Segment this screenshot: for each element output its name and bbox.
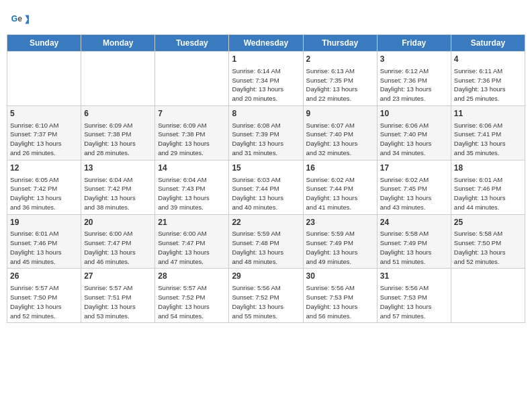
calendar-cell: 16Sunrise: 6:02 AM Sunset: 7:44 PM Dayli… bbox=[303, 160, 377, 214]
day-info: Sunrise: 6:14 AM Sunset: 7:34 PM Dayligh… bbox=[232, 66, 300, 103]
day-number: 16 bbox=[306, 163, 374, 174]
day-number: 2 bbox=[306, 54, 374, 65]
day-info: Sunrise: 6:09 AM Sunset: 7:38 PM Dayligh… bbox=[158, 121, 226, 158]
svg-text:G: G bbox=[11, 14, 17, 24]
day-info: Sunrise: 6:02 AM Sunset: 7:44 PM Dayligh… bbox=[306, 175, 374, 212]
day-info: Sunrise: 6:10 AM Sunset: 7:37 PM Dayligh… bbox=[10, 121, 78, 158]
logo: G e bbox=[10, 10, 30, 29]
day-number: 15 bbox=[232, 163, 300, 174]
day-number: 10 bbox=[380, 108, 448, 120]
calendar-cell: 21Sunrise: 6:00 AM Sunset: 7:47 PM Dayli… bbox=[155, 214, 229, 269]
calendar-cell: 30Sunrise: 5:56 AM Sunset: 7:53 PM Dayli… bbox=[303, 269, 377, 323]
calendar-cell: 15Sunrise: 6:03 AM Sunset: 7:44 PM Dayli… bbox=[229, 160, 303, 214]
day-number: 22 bbox=[232, 217, 300, 228]
calendar-cell bbox=[451, 269, 525, 323]
day-number: 3 bbox=[380, 54, 448, 65]
calendar-cell: 20Sunrise: 6:00 AM Sunset: 7:47 PM Dayli… bbox=[81, 214, 155, 269]
calendar-cell: 25Sunrise: 5:58 AM Sunset: 7:50 PM Dayli… bbox=[451, 214, 525, 269]
day-info: Sunrise: 5:57 AM Sunset: 7:52 PM Dayligh… bbox=[158, 283, 226, 320]
weekday-header-tuesday: Tuesday bbox=[155, 35, 229, 52]
day-info: Sunrise: 6:12 AM Sunset: 7:36 PM Dayligh… bbox=[380, 66, 448, 103]
day-number: 19 bbox=[10, 217, 78, 228]
day-info: Sunrise: 6:06 AM Sunset: 7:40 PM Dayligh… bbox=[380, 121, 448, 158]
day-info: Sunrise: 6:07 AM Sunset: 7:40 PM Dayligh… bbox=[306, 121, 374, 158]
day-number: 13 bbox=[84, 163, 152, 174]
day-number: 9 bbox=[306, 108, 374, 120]
calendar-cell: 28Sunrise: 5:57 AM Sunset: 7:52 PM Dayli… bbox=[155, 269, 229, 323]
calendar-cell: 9Sunrise: 6:07 AM Sunset: 7:40 PM Daylig… bbox=[303, 105, 377, 160]
calendar-cell: 27Sunrise: 5:57 AM Sunset: 7:51 PM Dayli… bbox=[81, 269, 155, 323]
calendar-cell: 26Sunrise: 5:57 AM Sunset: 7:50 PM Dayli… bbox=[7, 269, 81, 323]
calendar-cell: 11Sunrise: 6:06 AM Sunset: 7:41 PM Dayli… bbox=[451, 105, 525, 160]
calendar-cell bbox=[81, 52, 155, 106]
calendar-cell: 31Sunrise: 5:56 AM Sunset: 7:53 PM Dayli… bbox=[377, 269, 451, 323]
day-number: 31 bbox=[380, 271, 448, 282]
day-info: Sunrise: 5:56 AM Sunset: 7:53 PM Dayligh… bbox=[306, 283, 374, 320]
day-number: 14 bbox=[158, 163, 226, 174]
calendar-cell bbox=[7, 52, 81, 106]
day-info: Sunrise: 6:06 AM Sunset: 7:41 PM Dayligh… bbox=[454, 121, 522, 158]
day-number: 18 bbox=[454, 163, 522, 174]
day-number: 1 bbox=[232, 54, 300, 65]
weekday-header-monday: Monday bbox=[81, 35, 155, 52]
svg-marker-2 bbox=[25, 15, 29, 24]
calendar-cell: 23Sunrise: 5:59 AM Sunset: 7:49 PM Dayli… bbox=[303, 214, 377, 269]
day-number: 24 bbox=[380, 217, 448, 228]
day-info: Sunrise: 5:57 AM Sunset: 7:51 PM Dayligh… bbox=[84, 283, 152, 320]
calendar-week-row: 12Sunrise: 6:05 AM Sunset: 7:42 PM Dayli… bbox=[7, 160, 525, 214]
day-number: 12 bbox=[10, 163, 78, 174]
calendar-week-row: 19Sunrise: 6:01 AM Sunset: 7:46 PM Dayli… bbox=[7, 214, 525, 269]
day-number: 8 bbox=[232, 108, 300, 120]
calendar-cell: 14Sunrise: 6:04 AM Sunset: 7:43 PM Dayli… bbox=[155, 160, 229, 214]
day-info: Sunrise: 5:56 AM Sunset: 7:52 PM Dayligh… bbox=[232, 283, 300, 320]
calendar-week-row: 5Sunrise: 6:10 AM Sunset: 7:37 PM Daylig… bbox=[7, 105, 525, 160]
calendar-table: SundayMondayTuesdayWednesdayThursdayFrid… bbox=[7, 34, 525, 323]
day-number: 4 bbox=[454, 54, 522, 65]
calendar-cell: 1Sunrise: 6:14 AM Sunset: 7:34 PM Daylig… bbox=[229, 52, 303, 106]
calendar-cell: 12Sunrise: 6:05 AM Sunset: 7:42 PM Dayli… bbox=[7, 160, 81, 214]
calendar-cell: 18Sunrise: 6:01 AM Sunset: 7:46 PM Dayli… bbox=[451, 160, 525, 214]
calendar-week-row: 26Sunrise: 5:57 AM Sunset: 7:50 PM Dayli… bbox=[7, 269, 525, 323]
weekday-header-wednesday: Wednesday bbox=[229, 35, 303, 52]
calendar-cell: 8Sunrise: 6:08 AM Sunset: 7:39 PM Daylig… bbox=[229, 105, 303, 160]
day-info: Sunrise: 6:04 AM Sunset: 7:43 PM Dayligh… bbox=[158, 175, 226, 212]
calendar-cell: 22Sunrise: 5:59 AM Sunset: 7:48 PM Dayli… bbox=[229, 214, 303, 269]
day-number: 28 bbox=[158, 271, 226, 282]
day-number: 21 bbox=[158, 217, 226, 228]
day-info: Sunrise: 6:02 AM Sunset: 7:45 PM Dayligh… bbox=[380, 175, 448, 212]
day-number: 25 bbox=[454, 217, 522, 228]
calendar-week-row: 1Sunrise: 6:14 AM Sunset: 7:34 PM Daylig… bbox=[7, 52, 525, 106]
calendar-cell: 13Sunrise: 6:04 AM Sunset: 7:42 PM Dayli… bbox=[81, 160, 155, 214]
day-number: 17 bbox=[380, 163, 448, 174]
calendar-cell bbox=[155, 52, 229, 106]
day-number: 6 bbox=[84, 108, 152, 120]
day-info: Sunrise: 5:59 AM Sunset: 7:48 PM Dayligh… bbox=[232, 229, 300, 266]
day-number: 29 bbox=[232, 271, 300, 282]
page-header: G e bbox=[7, 7, 525, 29]
day-number: 27 bbox=[84, 271, 152, 282]
weekday-header-friday: Friday bbox=[377, 35, 451, 52]
day-info: Sunrise: 6:00 AM Sunset: 7:47 PM Dayligh… bbox=[84, 229, 152, 266]
day-info: Sunrise: 5:58 AM Sunset: 7:49 PM Dayligh… bbox=[380, 229, 448, 266]
day-info: Sunrise: 6:00 AM Sunset: 7:47 PM Dayligh… bbox=[158, 229, 226, 266]
day-number: 23 bbox=[306, 217, 374, 228]
day-number: 20 bbox=[84, 217, 152, 228]
calendar-cell: 10Sunrise: 6:06 AM Sunset: 7:40 PM Dayli… bbox=[377, 105, 451, 160]
calendar-cell: 7Sunrise: 6:09 AM Sunset: 7:38 PM Daylig… bbox=[155, 105, 229, 160]
svg-text:e: e bbox=[17, 14, 22, 24]
calendar-cell: 3Sunrise: 6:12 AM Sunset: 7:36 PM Daylig… bbox=[377, 52, 451, 106]
calendar-cell: 29Sunrise: 5:56 AM Sunset: 7:52 PM Dayli… bbox=[229, 269, 303, 323]
day-info: Sunrise: 5:59 AM Sunset: 7:49 PM Dayligh… bbox=[306, 229, 374, 266]
day-number: 5 bbox=[10, 108, 78, 120]
calendar-cell: 17Sunrise: 6:02 AM Sunset: 7:45 PM Dayli… bbox=[377, 160, 451, 214]
weekday-header-saturday: Saturday bbox=[451, 35, 525, 52]
day-info: Sunrise: 6:04 AM Sunset: 7:42 PM Dayligh… bbox=[84, 175, 152, 212]
calendar-cell: 4Sunrise: 6:11 AM Sunset: 7:36 PM Daylig… bbox=[451, 52, 525, 106]
weekday-header-row: SundayMondayTuesdayWednesdayThursdayFrid… bbox=[7, 35, 525, 52]
day-info: Sunrise: 6:09 AM Sunset: 7:38 PM Dayligh… bbox=[84, 121, 152, 158]
weekday-header-thursday: Thursday bbox=[303, 35, 377, 52]
day-number: 30 bbox=[306, 271, 374, 282]
day-info: Sunrise: 5:56 AM Sunset: 7:53 PM Dayligh… bbox=[380, 283, 448, 320]
day-info: Sunrise: 6:01 AM Sunset: 7:46 PM Dayligh… bbox=[454, 175, 522, 212]
day-number: 11 bbox=[454, 108, 522, 120]
